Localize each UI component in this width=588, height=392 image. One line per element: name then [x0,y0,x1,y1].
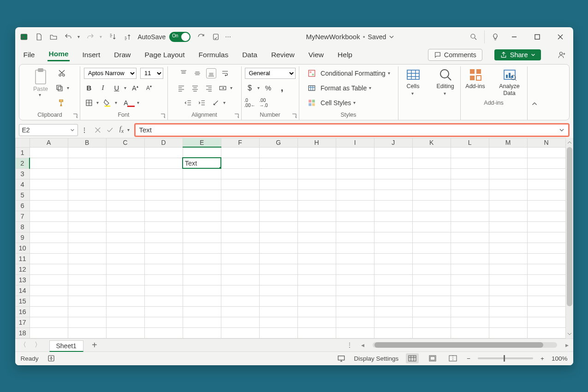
sheet-tab-active[interactable]: Sheet1 [49,340,83,352]
cell[interactable] [221,296,259,306]
cell[interactable] [106,211,144,221]
cell[interactable] [412,243,451,253]
share-button[interactable]: Share [494,49,541,60]
cell[interactable] [336,200,374,211]
cell[interactable] [336,168,374,179]
cell[interactable] [527,221,565,232]
sync-icon[interactable] [212,33,220,41]
cell[interactable] [183,211,221,221]
cell[interactable] [30,221,68,232]
avatar-add-icon[interactable] [558,51,566,59]
indent-icon[interactable] [197,98,207,108]
zoom-in-button[interactable]: + [540,355,544,362]
cell-styles-button[interactable]: Cell Styles▾ [307,97,356,109]
tab-view[interactable]: View [308,49,325,61]
cell[interactable] [30,317,68,327]
row-header[interactable]: 1 [15,147,30,158]
cell[interactable] [221,200,259,211]
new-file-icon[interactable] [35,33,43,41]
align-left-icon[interactable] [176,83,186,93]
cell[interactable] [527,168,565,179]
cell[interactable] [336,253,374,264]
collapse-ribbon-icon[interactable] [529,99,540,109]
col-header[interactable]: D [144,138,183,147]
cell[interactable] [68,327,106,338]
cancel-icon[interactable] [93,125,103,135]
hscroll-left-icon[interactable]: ◂ [361,341,364,349]
cut-icon[interactable] [57,68,67,78]
cell[interactable] [412,264,451,274]
horizontal-scrollbar[interactable] [373,342,557,348]
cell[interactable] [259,190,297,200]
row-header[interactable]: 9 [15,232,30,243]
copy-icon[interactable] [54,83,65,93]
cell[interactable] [451,147,489,158]
cell[interactable] [451,306,489,317]
enter-icon[interactable] [105,125,115,135]
cell[interactable] [374,147,412,158]
cell[interactable] [30,147,68,158]
clipboard-launcher-icon[interactable] [72,113,78,118]
cell[interactable] [489,168,527,179]
cell[interactable] [374,190,412,200]
cell[interactable] [451,296,489,306]
cell[interactable] [259,232,297,243]
cell[interactable] [106,232,144,243]
addins-button[interactable]: Add-ins [462,67,489,97]
cell[interactable] [221,158,259,168]
undo-icon[interactable] [64,33,72,41]
cell[interactable] [451,243,489,253]
cell[interactable] [221,147,259,158]
cell[interactable] [489,264,527,274]
cell[interactable] [183,168,221,179]
cell[interactable] [106,296,144,306]
align-middle-icon[interactable] [192,68,202,78]
cell[interactable] [451,285,489,296]
cell[interactable] [221,327,259,338]
cell[interactable] [259,274,297,285]
cell[interactable] [451,211,489,221]
cell[interactable] [297,190,336,200]
cell[interactable] [297,243,336,253]
cell[interactable] [106,306,144,317]
sort-desc-icon[interactable] [123,33,131,41]
cell[interactable] [374,243,412,253]
cell[interactable] [374,221,412,232]
cell[interactable] [489,327,527,338]
zoom-level[interactable]: 100% [552,355,568,362]
cell[interactable] [489,296,527,306]
row-header[interactable]: 5 [15,190,30,200]
zoom-slider[interactable] [478,357,533,359]
cell[interactable] [259,221,297,232]
cell[interactable] [527,179,565,190]
cell[interactable] [336,211,374,221]
cell[interactable] [106,200,144,211]
cell[interactable] [144,221,183,232]
format-as-table-button[interactable]: Format as Table▾ [307,82,371,94]
row-header[interactable]: 17 [15,317,30,327]
cell[interactable] [144,168,183,179]
cell[interactable] [412,179,451,190]
view-page-break-icon[interactable] [446,353,459,363]
cell[interactable] [106,317,144,327]
cell[interactable] [106,285,144,296]
cell[interactable] [412,158,451,168]
cell[interactable] [183,253,221,264]
conditional-formatting-button[interactable]: Conditional Formatting▾ [307,67,390,79]
cell[interactable] [183,285,221,296]
cell[interactable] [412,168,451,179]
cell[interactable] [412,200,451,211]
cell[interactable] [221,168,259,179]
zoom-out-button[interactable]: − [467,355,470,362]
cell[interactable] [336,232,374,243]
cell[interactable] [374,327,412,338]
cell[interactable] [30,158,68,168]
row-header[interactable]: 3 [15,168,30,179]
cell[interactable] [374,179,412,190]
outdent-icon[interactable] [183,98,193,108]
row-header[interactable]: 13 [15,274,30,285]
row-header[interactable]: 7 [15,211,30,221]
increase-decimal-icon[interactable]: .0.00← [245,98,255,108]
font-shrink-icon[interactable]: A▾ [144,83,154,93]
cell[interactable] [451,200,489,211]
